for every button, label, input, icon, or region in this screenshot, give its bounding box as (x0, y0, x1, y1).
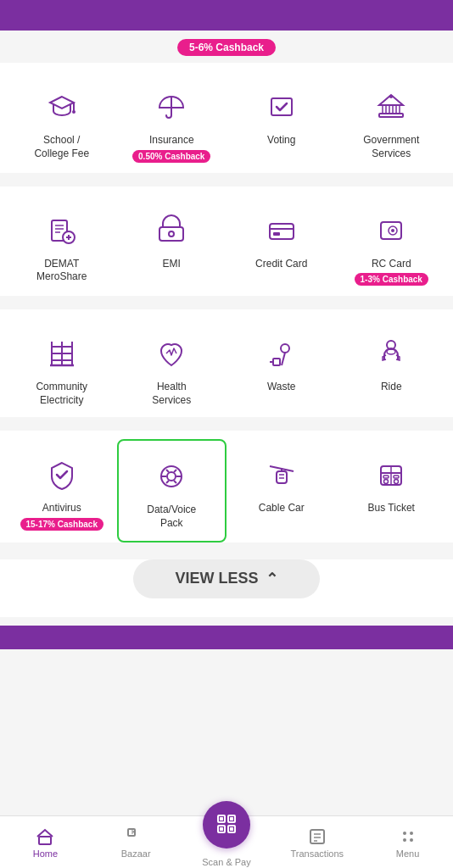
service-busticket-label: Bus Ticket (368, 502, 415, 515)
cashback-banner: 5-6% Cashback (0, 39, 453, 56)
nav-transactions-label: Transactions (291, 849, 344, 859)
nav-scan[interactable]: Scan & Pay (182, 801, 272, 867)
svg-rect-52 (383, 476, 389, 478)
nav-scan-label: Scan & Pay (202, 857, 250, 867)
service-voting-label: Voting (267, 134, 295, 147)
emi-icon (149, 209, 193, 253)
datavoice-icon (149, 454, 193, 498)
service-antivirus[interactable]: Antivirus 15-17% Cashback (7, 439, 117, 542)
svg-rect-54 (39, 837, 51, 844)
svg-rect-7 (396, 105, 400, 114)
service-rccard-label: RC Card (372, 258, 411, 271)
service-busticket[interactable]: Bus Ticket (337, 439, 447, 542)
service-datavoice[interactable]: Data/VoicePack (117, 439, 227, 542)
health-icon (149, 331, 193, 376)
svg-rect-53 (394, 476, 399, 478)
svg-rect-62 (230, 817, 233, 821)
service-cablecar[interactable]: Cable Car (226, 439, 337, 542)
service-electricity-label: CommunityElectricity (36, 381, 87, 407)
svg-point-32 (281, 344, 289, 353)
bottom-nav: Home K Bazaar Scan & Pay (0, 815, 453, 868)
service-ride-label: Ride (381, 381, 402, 394)
chevron-up-icon: ⌃ (266, 570, 278, 588)
bottom-bar (0, 626, 453, 649)
menu-icon (398, 826, 418, 847)
svg-line-33 (282, 353, 285, 365)
nav-home-label: Home (33, 849, 58, 859)
bazaar-icon: K (126, 826, 146, 847)
svg-point-71 (403, 838, 406, 842)
service-insurance[interactable]: Insurance 0.50% Cashback (117, 71, 227, 173)
svg-point-50 (384, 480, 389, 484)
service-emi[interactable]: EMI (117, 195, 227, 297)
svg-point-18 (169, 231, 174, 236)
nav-home[interactable]: Home (0, 826, 91, 859)
cablecar-icon (260, 453, 304, 497)
services-grid-2: DEMATMeroShare EMI (0, 186, 453, 297)
service-cablecar-label: Cable Car (259, 502, 305, 515)
demat-icon (40, 209, 84, 253)
services-grid-4: Antivirus 15-17% Cashback (0, 431, 453, 542)
svg-rect-19 (270, 224, 294, 239)
service-datavoice-label: Data/VoicePack (147, 504, 196, 530)
antivirus-icon (40, 453, 84, 497)
service-waste-label: Waste (267, 381, 296, 394)
svg-rect-43 (277, 471, 287, 483)
svg-rect-3 (271, 98, 292, 115)
service-electricity[interactable]: CommunityElectricity (7, 318, 117, 417)
svg-rect-21 (273, 232, 280, 236)
service-rccard-cashback: 1-3% Cashback (355, 273, 428, 286)
svg-rect-34 (273, 359, 280, 365)
service-school-label: School /College Fee (34, 134, 89, 160)
svg-point-72 (410, 838, 413, 842)
service-waste[interactable]: Waste (226, 318, 337, 417)
svg-point-70 (410, 832, 413, 835)
services-grid-1: School /College Fee Insurance 0.50% Cash… (0, 63, 453, 173)
top-bar (0, 0, 453, 31)
svg-rect-6 (389, 105, 393, 114)
services-grid-3: CommunityElectricity HealthServices (0, 309, 453, 417)
nav-bazaar-label: Bazaar (121, 849, 151, 859)
service-demat[interactable]: DEMATMeroShare (7, 195, 117, 297)
service-voting[interactable]: Voting (226, 71, 337, 173)
svg-point-1 (72, 110, 76, 114)
section-4: Antivirus 15-17% Cashback (0, 431, 453, 542)
service-ride[interactable]: Ride (337, 318, 447, 417)
svg-point-9 (389, 95, 393, 98)
service-health[interactable]: HealthServices (117, 318, 227, 417)
ride-icon (369, 331, 413, 376)
service-antivirus-cashback: 15-17% Cashback (20, 518, 104, 531)
section-1: School /College Fee Insurance 0.50% Cash… (0, 63, 453, 173)
waste-icon (260, 331, 304, 376)
svg-point-24 (391, 229, 394, 232)
cashback-pill: 5-6% Cashback (177, 39, 276, 56)
svg-rect-64 (230, 827, 233, 831)
service-rccard[interactable]: RC Card 1-3% Cashback (337, 195, 447, 297)
creditcard-icon (260, 209, 304, 253)
section-2: DEMATMeroShare EMI (0, 186, 453, 297)
service-insurance-cashback: 0.50% Cashback (132, 150, 210, 163)
section-3: CommunityElectricity HealthServices (0, 309, 453, 417)
service-creditcard-label: Credit Card (255, 258, 307, 271)
nav-menu-label: Menu (396, 849, 420, 859)
nav-menu[interactable]: Menu (362, 826, 453, 859)
home-icon (35, 826, 55, 847)
svg-rect-61 (220, 817, 223, 821)
svg-rect-17 (159, 227, 183, 241)
svg-rect-63 (220, 827, 223, 831)
service-school[interactable]: School /College Fee (7, 71, 117, 173)
service-creditcard[interactable]: Credit Card (226, 195, 337, 297)
view-less-button[interactable]: VIEW LESS ⌃ (133, 559, 320, 598)
nav-bazaar[interactable]: K Bazaar (91, 826, 182, 859)
view-less-label: VIEW LESS (175, 570, 258, 587)
government-icon (369, 85, 413, 129)
nav-transactions[interactable]: Transactions (271, 826, 362, 859)
service-insurance-label: Insurance (149, 134, 194, 147)
service-government-label: GovernmentServices (363, 134, 419, 160)
service-government[interactable]: GovernmentServices (337, 71, 447, 173)
svg-point-69 (403, 832, 406, 835)
svg-rect-5 (383, 105, 386, 114)
service-antivirus-label: Antivirus (42, 502, 81, 515)
graduation-cap-icon (40, 85, 84, 129)
scan-fab[interactable] (203, 801, 250, 849)
